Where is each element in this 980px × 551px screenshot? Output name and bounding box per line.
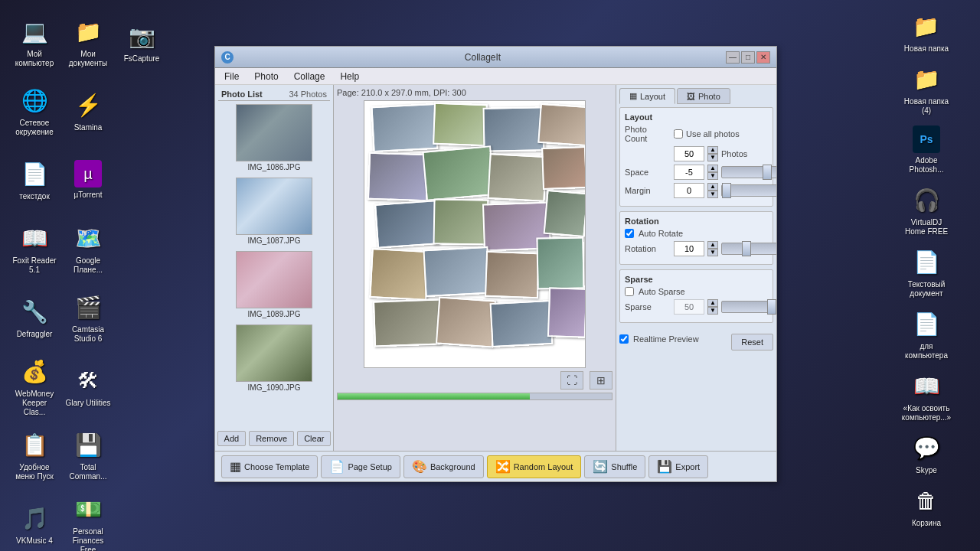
list-item[interactable]: IMG_1087.JPG — [218, 178, 330, 245]
desktop-icon-total[interactable]: 💾 Total Comman... — [61, 421, 115, 490]
desktop-icon-label: Glary Utilities — [66, 399, 111, 408]
margin-spin-down[interactable]: ▼ — [707, 191, 718, 198]
export-button[interactable]: 💾 Export — [648, 455, 708, 478]
desktop-icon-my-docs[interactable]: 📁 Мои документы — [61, 8, 115, 77]
restore-button[interactable]: □ — [741, 51, 755, 64]
background-icon: 🎨 — [412, 459, 427, 474]
rotation-section-title: Rotation — [625, 217, 768, 226]
list-item[interactable]: IMG_1090.JPG — [218, 324, 330, 392]
desktop-icon-for-pc[interactable]: 📄 для компьютера — [899, 305, 955, 364]
menu-help[interactable]: Help — [334, 70, 365, 83]
desktop-icon-utorrent[interactable]: µ µTorrent — [61, 145, 115, 214]
auto-rotate-checkbox[interactable] — [625, 229, 634, 238]
photo-thumbnail-1087 — [236, 178, 312, 235]
use-all-photos-checkbox[interactable] — [674, 129, 683, 139]
desktop-icon-empty7 — [115, 490, 168, 551]
space-spin-up[interactable]: ▲ — [707, 165, 718, 172]
space-spin-down[interactable]: ▼ — [707, 172, 718, 180]
shuffle-button[interactable]: 🔄 Shuffle — [584, 455, 645, 478]
desktop-icon-new-folder4[interactable]: 📁 Новая папка (4) — [899, 60, 955, 119]
realtime-checkbox[interactable] — [619, 334, 629, 344]
desktop-icon-fscapture[interactable]: 📷 FsCapture — [115, 8, 168, 77]
page-info: Page: 210.0 x 297.0 mm, DPI: 300 — [337, 88, 466, 97]
desktop-icon-book[interactable]: 📖 «Как освоить компьютер...» — [899, 367, 955, 425]
desktop-icon-virtualdj[interactable]: 🎧 VirtualDJ Home FREE — [899, 181, 955, 240]
desktop-icon-camtasia[interactable]: 🎬 Camtasia Studio 6 — [61, 283, 115, 352]
choose-template-button[interactable]: ▦ Choose Template — [221, 455, 318, 478]
space-row: Space ▲ ▼ — [625, 165, 768, 180]
rotation-spin-up[interactable]: ▲ — [707, 241, 718, 249]
menu-photo[interactable]: Photo — [248, 70, 284, 83]
google-maps-icon: 🗺️ — [73, 223, 103, 253]
tab-layout[interactable]: ▦ Layout — [619, 88, 675, 104]
desktop-icon-finances[interactable]: 💵 Personal Finances Free — [61, 490, 115, 551]
menu-collage[interactable]: Collage — [288, 70, 332, 83]
desktop-icon-new-folder[interactable]: 📁 Новая папка — [901, 8, 952, 57]
space-input[interactable] — [674, 165, 704, 180]
fit-icon[interactable]: ⛶ — [560, 371, 583, 390]
utorrent-icon: µ — [74, 160, 102, 187]
desktop-icon-skype[interactable]: 💬 Skype — [908, 429, 945, 478]
clear-button[interactable]: Clear — [297, 431, 331, 446]
total-icon: 💾 — [73, 429, 103, 460]
sparse-slider[interactable] — [721, 301, 776, 313]
desktop-icon-textdok[interactable]: 📄 текстдок — [8, 145, 61, 214]
menu-icon: 📋 — [19, 429, 50, 460]
desktop-icon-foxit[interactable]: 📖 Foxit Reader 5.1 — [8, 214, 61, 283]
desktop-icon-webmoney[interactable]: 💰 WebMoney Keeper Clas... — [8, 352, 61, 421]
add-button[interactable]: Add — [217, 431, 247, 446]
desktop-icon-label: WebMoney Keeper Clas... — [11, 390, 58, 417]
desktop-icon-network[interactable]: 🌐 Сетевое окружение — [8, 77, 61, 145]
tab-photo[interactable]: 🖼 Photo — [677, 88, 730, 104]
stamina-icon: ⚡ — [73, 90, 103, 120]
margin-input[interactable] — [674, 183, 704, 198]
realtime-label: Realtime Preview — [633, 334, 699, 344]
desktop-icon-label: µTorrent — [74, 191, 103, 200]
desktop-icon-google-maps[interactable]: 🗺️ Google Плане... — [61, 214, 115, 283]
rotation-input[interactable] — [674, 241, 704, 256]
margin-slider[interactable] — [721, 184, 776, 197]
random-layout-button[interactable]: 🔀 Random Layout — [487, 455, 582, 478]
spin-down[interactable]: ▼ — [707, 154, 718, 161]
list-item[interactable]: IMG_1089.JPG — [218, 251, 330, 318]
close-button[interactable]: ✕ — [756, 51, 770, 64]
auto-sparse-checkbox[interactable] — [625, 287, 634, 296]
rotation-slider[interactable] — [721, 243, 776, 255]
minimize-button[interactable]: — — [726, 51, 740, 64]
desktop-icon-glary[interactable]: 🛠 Glary Utilities — [61, 352, 115, 421]
fullscreen-icon[interactable]: ⊞ — [590, 371, 612, 390]
desktop-icon-my-computer[interactable]: 💻 Мой компьютер — [8, 8, 61, 77]
desktop-icon-label: Adobe Photosh... — [902, 156, 952, 174]
margin-spin-up[interactable]: ▲ — [707, 183, 718, 191]
list-item[interactable]: IMG_1086.JPG — [218, 104, 330, 171]
spin-up[interactable]: ▲ — [707, 146, 718, 154]
photo-list-items[interactable]: IMG_1086.JPG IMG_1087.JPG IMG_1089.JPG — [218, 104, 330, 428]
right-panel-bottom: Realtime Preview Reset — [619, 331, 773, 350]
desktop-icon-menu[interactable]: 📋 Удобное меню Пуск — [8, 421, 61, 490]
desktop-icon-trash[interactable]: 🗑 Корзина — [908, 482, 945, 531]
sparse-spin-up[interactable]: ▲ — [707, 299, 718, 307]
remove-button[interactable]: Remove — [249, 431, 294, 446]
desktop-icon-text-doc[interactable]: 📄 Текстовый документ — [899, 243, 955, 302]
desktop-icon-vkmusic[interactable]: 🎵 VKMusic 4 — [8, 490, 61, 551]
my-computer-icon: 💻 — [19, 16, 50, 47]
auto-rotate-row: Auto Rotate — [625, 229, 768, 238]
reset-button[interactable]: Reset — [731, 334, 773, 350]
app-window: C CollageIt — □ ✕ File Photo Collage Hel… — [214, 46, 777, 482]
desktop-icon-defraggler[interactable]: 🔧 Defraggler — [8, 283, 61, 352]
desktop-icon-photoshop[interactable]: Ps Adobe Photosh... — [899, 122, 955, 178]
vkmusic-icon: 🎵 — [19, 503, 50, 533]
background-button[interactable]: 🎨 Background — [403, 455, 484, 478]
sparse-input[interactable] — [674, 299, 704, 315]
desktop-icon-empty4 — [115, 283, 168, 352]
menu-file[interactable]: File — [218, 70, 245, 83]
title-bar: C CollageIt — □ ✕ — [215, 47, 776, 68]
space-slider[interactable] — [721, 166, 776, 178]
desktop-icon-stamina[interactable]: ⚡ Stamina — [61, 77, 115, 145]
rotation-spin-down[interactable]: ▼ — [707, 249, 718, 256]
photo-count-input[interactable] — [674, 146, 704, 161]
desktop-icon-label: Мой компьютер — [11, 50, 58, 68]
sparse-spin-down[interactable]: ▼ — [707, 307, 718, 315]
margin-row: Margin ▲ ▼ — [625, 183, 768, 198]
page-setup-button[interactable]: 📄 Page Setup — [321, 455, 400, 478]
